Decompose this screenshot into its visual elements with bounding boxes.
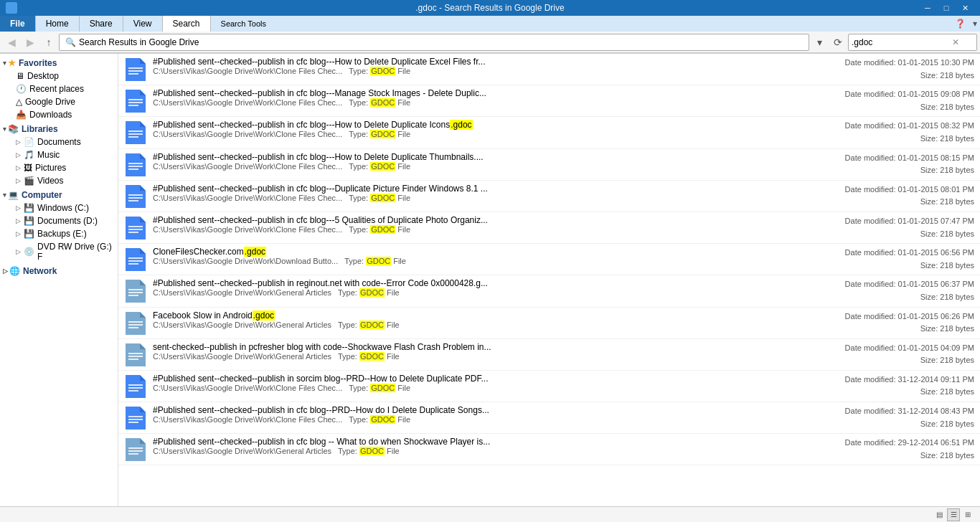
file-name: #Published sent--checked--publish in cfc…: [153, 120, 831, 130]
tab-home[interactable]: Home: [36, 16, 80, 32]
minimize-button[interactable]: ─: [918, 0, 937, 16]
up-button[interactable]: ↑: [40, 34, 57, 51]
table-row[interactable]: #Published sent--checked--publish in cfc…: [118, 212, 980, 244]
table-row[interactable]: #Published sent--checked--publish in cfc…: [118, 402, 980, 434]
refresh-button[interactable]: ⟳: [829, 34, 847, 51]
network-expand-arrow: ▷: [3, 267, 8, 275]
file-path: C:\Users\Vikas\Google Drive\Work\Clone F…: [153, 98, 831, 107]
ribbon-collapse-button[interactable]: ▾: [970, 16, 980, 32]
sidebar-item-music[interactable]: ▷ 🎵 Music: [0, 148, 118, 161]
view-details-button[interactable]: ▤: [933, 508, 946, 521]
sidebar-item-documents-d[interactable]: ▷ 💾 Documents (D:): [0, 214, 118, 227]
search-input[interactable]: [849, 37, 949, 47]
file-meta: Date modified: 31-12-2014 08:43 PM Size:…: [831, 405, 974, 430]
svg-rect-12: [128, 130, 143, 132]
network-icon: 🌐: [9, 266, 20, 276]
table-row[interactable]: sent-checked--publish in pcfresher blog …: [118, 339, 980, 371]
svg-rect-49: [128, 359, 138, 360]
file-item-info: #Published sent--checked--publish in cfc…: [153, 57, 831, 75]
table-row[interactable]: Facebook Slow in Android.gdoc C:\Users\V…: [118, 308, 980, 339]
close-button[interactable]: ✕: [956, 0, 974, 16]
svg-marker-11: [140, 121, 146, 127]
table-row[interactable]: #Published sent--checked--publish in sor…: [118, 371, 980, 402]
sidebar-item-desktop[interactable]: 🖥 Desktop: [0, 70, 118, 82]
back-button[interactable]: ◀: [3, 34, 20, 51]
file-size: Size: 218 bytes: [831, 228, 974, 241]
svg-marker-56: [140, 407, 146, 412]
sidebar-group-network[interactable]: ▷ 🌐 Network: [0, 265, 118, 277]
view-list-button[interactable]: ☰: [947, 508, 960, 521]
downloads-label: Downloads: [29, 110, 72, 120]
file-name: #Published sent--checked--publish in cfc…: [153, 437, 831, 447]
file-meta: Date modified: 01-01-2015 10:30 PM Size:…: [831, 57, 974, 82]
tab-search[interactable]: Search: [163, 16, 211, 32]
sidebar-item-videos[interactable]: ▷ 🎬 Videos: [0, 174, 118, 187]
sidebar-item-backups-e[interactable]: ▷ 💾 Backups (E:): [0, 227, 118, 240]
sidebar-item-recent[interactable]: 🕐 Recent places: [0, 82, 118, 95]
file-icon: [124, 438, 147, 461]
file-meta: Date modified: 01-01-2015 09:08 PM Size:…: [831, 88, 974, 113]
sidebar-group-favorites[interactable]: ▾ ★ Favorites: [0, 57, 118, 70]
table-row[interactable]: #Published sent--checked--publish in cfc…: [118, 85, 980, 117]
table-row[interactable]: #Published sent--checked--publish in cfc…: [118, 434, 980, 465]
gdoc-file-icon: [126, 58, 146, 81]
svg-rect-33: [128, 260, 143, 262]
table-row[interactable]: #Published sent--checked--publish in cfc…: [118, 149, 980, 181]
svg-marker-46: [140, 343, 146, 349]
sidebar-item-windows-c[interactable]: ▷ 💾 Windows (C:): [0, 201, 118, 214]
table-row[interactable]: #Published sent--checked--publish in cfc…: [118, 54, 980, 85]
address-field[interactable]: 🔍 Search Results in Google Drive: [59, 34, 809, 51]
file-item-info: #Published sent--checked--publish in cfc…: [153, 184, 831, 202]
computer-label: Computer: [22, 190, 62, 200]
sidebar-section-libraries: ▾ 📚 Libraries ▷ 📄 Documents ▷ 🎵 Music ▷ …: [0, 123, 118, 187]
googledrive-icon: △: [16, 97, 22, 107]
forward-button[interactable]: ▶: [22, 34, 39, 51]
address-dropdown-button[interactable]: ▾: [811, 34, 828, 51]
tab-file[interactable]: File: [0, 16, 36, 32]
libraries-label: Libraries: [22, 124, 58, 134]
file-name: CloneFilesChecker.com.gdoc: [153, 247, 831, 257]
sidebar-item-googledrive[interactable]: △ Google Drive: [0, 95, 118, 108]
table-row[interactable]: CloneFilesChecker.com.gdoc C:\Users\Vika…: [118, 244, 980, 275]
sidebar-group-computer[interactable]: ▾ 💻 Computer: [0, 189, 118, 201]
file-path: C:\Users\Vikas\Google Drive\Work\Clone F…: [153, 415, 831, 424]
table-row[interactable]: #Published sent--checked--publish in reg…: [118, 275, 980, 307]
svg-rect-57: [128, 416, 143, 417]
computer-icon: 💻: [8, 190, 19, 200]
ribbon-help-button[interactable]: ❓: [951, 16, 970, 32]
expand-videos: ▷: [16, 177, 21, 184]
file-icon: [124, 90, 147, 113]
pictures-label: Pictures: [35, 163, 66, 173]
svg-rect-44: [128, 327, 138, 328]
sidebar-item-pictures[interactable]: ▷ 🖼 Pictures: [0, 161, 118, 174]
table-row[interactable]: #Published sent--checked--publish in cfc…: [118, 181, 980, 212]
sidebar-item-downloads[interactable]: 📥 Downloads: [0, 108, 118, 121]
file-size: Size: 218 bytes: [831, 164, 974, 177]
sidebar-group-libraries[interactable]: ▾ 📚 Libraries: [0, 123, 118, 136]
file-item-info: #Published sent--checked--publish in cfc…: [153, 88, 831, 107]
file-meta: Date modified: 01-01-2015 07:47 PM Size:…: [831, 215, 974, 240]
sidebar: ▾ ★ Favorites 🖥 Desktop 🕐 Recent places …: [0, 54, 118, 506]
music-label: Music: [37, 150, 60, 160]
file-item-info: #Published sent--checked--publish in cfc…: [153, 152, 831, 171]
file-modified: Date modified: 01-01-2015 08:15 PM: [831, 152, 974, 165]
svg-rect-8: [128, 102, 143, 103]
sidebar-item-documents[interactable]: ▷ 📄 Documents: [0, 136, 118, 148]
sidebar-item-dvd-g[interactable]: ▷ 💿 DVD RW Drive (G:) F: [0, 240, 118, 263]
svg-rect-14: [128, 136, 138, 138]
file-path: C:\Users\Vikas\Google Drive\Work\General…: [153, 321, 831, 329]
file-path: C:\Users\Vikas\Google Drive\Work\General…: [153, 288, 831, 297]
search-box[interactable]: ✕: [848, 34, 977, 51]
maximize-button[interactable]: □: [937, 0, 956, 16]
backups-e-icon: 💾: [24, 229, 34, 239]
address-text: Search Results in Google Drive: [79, 37, 199, 47]
tab-share[interactable]: Share: [80, 16, 123, 32]
search-clear-button[interactable]: ✕: [949, 37, 962, 47]
ribbon-tab-spacer: [276, 16, 951, 32]
view-grid-button[interactable]: ⊞: [961, 508, 974, 521]
svg-marker-26: [140, 217, 146, 222]
table-row[interactable]: #Published sent--checked--publish in cfc…: [118, 117, 980, 148]
title-bar-controls: ─ □ ✕: [918, 0, 974, 16]
tab-view[interactable]: View: [123, 16, 163, 32]
file-name: #Published sent--checked--publish in cfc…: [153, 57, 831, 67]
